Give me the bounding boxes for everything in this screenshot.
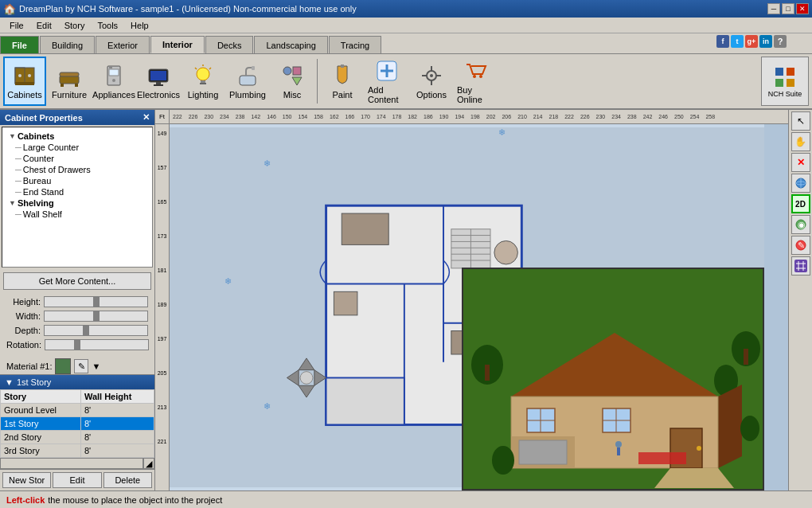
tree-shelving-group[interactable]: ▼ Shelving	[6, 197, 149, 209]
story-row-ground[interactable]: Ground Level 8'	[1, 404, 154, 417]
tab-building[interactable]: Building	[40, 36, 95, 53]
scroll-corner[interactable]: ◢	[143, 458, 154, 469]
tab-file[interactable]: File	[0, 36, 39, 53]
edit-button[interactable]: ✎	[791, 236, 810, 255]
tree-item-wall-shelf[interactable]: ─ Wall Shelf	[12, 209, 149, 220]
select-tool-button[interactable]: ↖	[791, 111, 810, 131]
tree-item-counter[interactable]: ─ Counter	[12, 153, 149, 164]
expand-cabinets-icon: ▼	[9, 132, 16, 140]
depth-slider[interactable]	[44, 325, 148, 336]
story-buttons: New Stor Edit Delete	[0, 469, 154, 490]
grid-button[interactable]	[791, 256, 810, 275]
svg-rect-8	[75, 84, 78, 87]
tool-buy-online[interactable]: Buy Online	[455, 57, 498, 106]
story-row-3rd-name: 3rd Story	[1, 444, 81, 458]
help-icon[interactable]: ?	[774, 35, 787, 48]
tab-interior[interactable]: Interior	[150, 36, 205, 53]
new-story-label: New Stor	[9, 475, 45, 485]
rotation-slider[interactable]	[45, 339, 149, 350]
right-toolbar: ↖ ✋ ✕ 2D ◉ ✎	[788, 110, 812, 490]
tool-options-label: Options	[416, 90, 447, 100]
tool-lighting[interactable]: Lighting	[182, 57, 224, 106]
svg-point-11	[112, 79, 115, 82]
story-table: Story Wall Height Ground Level 8' 1st St…	[0, 389, 154, 458]
window-controls[interactable]: ─ □ ✕	[767, 3, 809, 14]
minimize-button[interactable]: ─	[767, 3, 780, 14]
googleplus-icon[interactable]: g+	[745, 35, 758, 48]
menu-edit[interactable]: Edit	[30, 19, 58, 32]
twitter-icon[interactable]: t	[731, 35, 744, 48]
buy-online-icon	[463, 58, 489, 84]
story-row-1st[interactable]: 1st Story 8'	[1, 417, 154, 431]
delete-tool-button[interactable]: ✕	[791, 153, 810, 172]
tree-item-large-counter[interactable]: ─ Large Counter	[12, 142, 149, 153]
close-button[interactable]: ✕	[796, 3, 809, 14]
facebook-icon[interactable]: f	[716, 35, 729, 48]
height-slider[interactable]	[44, 296, 148, 307]
svg-point-3	[28, 74, 31, 77]
pan-tool-button[interactable]: ✋	[791, 132, 810, 151]
tree-item-end-stand[interactable]: ─ End Stand	[12, 186, 149, 197]
svg-rect-28	[341, 64, 344, 68]
tool-cabinets-label: Cabinets	[7, 90, 41, 100]
tool-appliances[interactable]: Appliances	[92, 57, 135, 106]
tab-tracing[interactable]: Tracing	[329, 36, 381, 53]
delete-story-button[interactable]: Delete	[103, 472, 152, 488]
tool-paint[interactable]: Paint	[321, 57, 364, 106]
new-story-button[interactable]: New Stor	[2, 472, 51, 488]
get-more-content-button[interactable]: Get More Content...	[3, 272, 151, 290]
tab-decks[interactable]: Decks	[205, 36, 254, 53]
story-row-3rd[interactable]: 3rd Story 8'	[1, 444, 154, 458]
tool-cabinets[interactable]: Cabinets	[3, 57, 46, 106]
svg-rect-36	[422, 75, 427, 76]
story-panel: ▼ 1st Story Story Wall Height Ground Lev…	[0, 374, 154, 490]
tool-misc[interactable]: Misc	[271, 57, 314, 106]
tool-add-content[interactable]: Add Content	[365, 57, 408, 106]
width-slider[interactable]	[44, 311, 148, 322]
3d-view-button[interactable]	[791, 174, 810, 193]
menu-help[interactable]: Help	[124, 19, 155, 32]
material-edit-icon: ✎	[78, 361, 85, 372]
canvas-area[interactable]: Ft 222 226 230 234 238 142 146 150 154 1…	[155, 110, 788, 490]
tree-item-dash3: ─	[15, 165, 21, 174]
tree-item-bureau[interactable]: ─ Bureau	[12, 175, 149, 186]
tool-furniture[interactable]: Furniture	[48, 57, 91, 106]
panel-close-icon[interactable]: ✕	[142, 112, 150, 123]
story-hscroll[interactable]	[0, 458, 143, 469]
delete-story-label: Delete	[115, 475, 140, 485]
svg-line-22	[195, 68, 197, 69]
tool-electronics-label: Electronics	[137, 90, 180, 100]
snowflake-2: ❄	[498, 127, 506, 137]
tree-cabinets-group[interactable]: ▼ Cabinets	[6, 131, 149, 142]
2d-view-button[interactable]: 2D	[791, 194, 810, 213]
svg-marker-82	[718, 385, 742, 468]
toolbar: Cabinets Furniture Appliances	[0, 54, 812, 110]
menu-tools[interactable]: Tools	[91, 19, 124, 32]
floorplan[interactable]: ❄ ❄ ❄ ❄ ❄	[170, 124, 764, 490]
tab-exterior[interactable]: Exterior	[96, 36, 150, 53]
maximize-button[interactable]: □	[782, 3, 794, 14]
svg-text:❄: ❄	[264, 401, 271, 411]
main-content: Cabinet Properties ✕ ▼ Cabinets ─ Large …	[0, 110, 812, 490]
tool-furniture-label: Furniture	[52, 90, 87, 100]
cabinet-tree[interactable]: ▼ Cabinets ─ Large Counter ─ Counter ─ C…	[2, 127, 153, 268]
tree-item-chest[interactable]: ─ Chest of Drawers	[12, 164, 149, 175]
measure-button[interactable]: ◉	[791, 215, 810, 234]
menu-file[interactable]: File	[3, 19, 30, 32]
story-title: 1st Story	[17, 377, 51, 387]
tool-electronics[interactable]: Electronics	[137, 57, 180, 106]
material-dropdown-icon[interactable]: ▼	[92, 361, 100, 371]
menu-story[interactable]: Story	[58, 19, 92, 32]
story-row-2nd[interactable]: 2nd Story 8'	[1, 431, 154, 444]
app-title: DreamPlan by NCH Software - sample1 - (U…	[19, 4, 357, 14]
tab-landscaping[interactable]: Landscaping	[254, 36, 327, 53]
story-collapse-icon[interactable]: ▼	[5, 377, 14, 387]
material-edit-button[interactable]: ✎	[74, 359, 88, 373]
material-swatch[interactable]	[55, 358, 71, 374]
story-row-ground-height: 8'	[80, 404, 154, 417]
edit-story-button[interactable]: Edit	[53, 472, 101, 488]
tool-plumbing[interactable]: Plumbing	[226, 57, 269, 106]
tool-options[interactable]: Options	[410, 57, 453, 106]
linkedin-icon[interactable]: in	[759, 35, 772, 48]
nch-suite-button[interactable]: NCH Suite	[761, 57, 809, 106]
